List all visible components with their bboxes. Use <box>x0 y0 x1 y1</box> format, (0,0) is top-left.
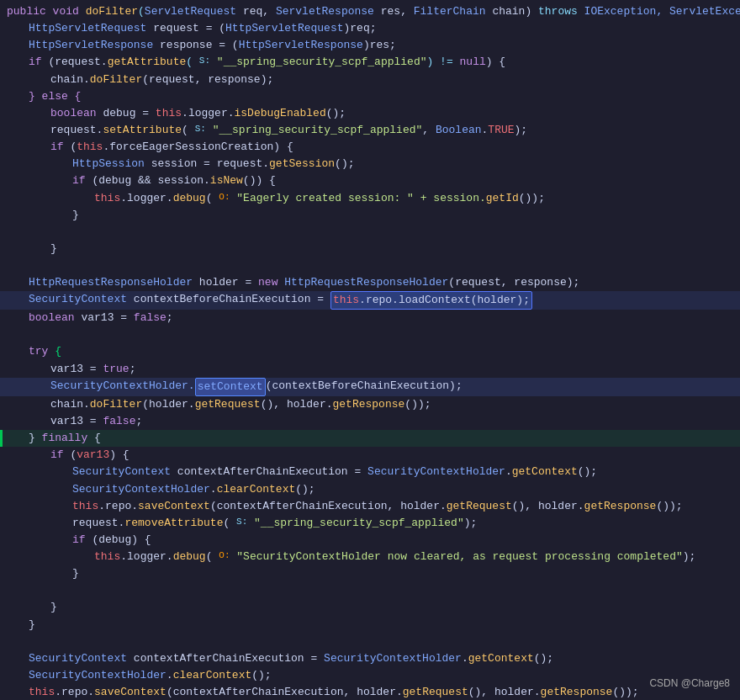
watermark: CSDN @Charge8 <box>649 676 730 692</box>
code-line: var13 = true; <box>0 361 740 378</box>
code-line: this.logger.debug( O: "Eagerly created s… <box>0 190 740 207</box>
code-line: chain.doFilter(holder.getRequest(), hold… <box>0 396 740 413</box>
code-line: } else { <box>0 88 740 105</box>
code-line: HttpServletResponse response = (HttpServ… <box>0 37 740 54</box>
code-line: SecurityContext contextAfterChainExecuti… <box>0 464 740 480</box>
code-line: } <box>0 207 740 224</box>
code-line <box>0 582 740 599</box>
code-line: if (this.forceEagerSessionCreation) { <box>0 139 740 156</box>
code-line: var13 = false; <box>0 413 740 430</box>
code-line: SecurityContext contextBeforeChainExecut… <box>0 291 740 310</box>
code-line: if (debug) { <box>0 532 740 549</box>
code-line: } <box>0 241 740 257</box>
code-line: if (request.getAttribute( S: "__spring_s… <box>0 54 740 71</box>
code-line: } finally { <box>0 430 740 447</box>
code-line: this.repo.saveContext(contextAfterChainE… <box>0 684 740 700</box>
code-line: } <box>0 565 740 582</box>
code-line <box>0 326 740 343</box>
code-line: SecurityContextHolder.setContext(context… <box>0 378 740 396</box>
code-line <box>0 634 740 650</box>
code-view: public void doFilter(ServletRequest req,… <box>0 0 740 700</box>
code-line: } <box>0 617 740 634</box>
code-line: } <box>0 599 740 616</box>
code-line: if (debug && session.isNew()) { <box>0 172 740 189</box>
code-line: if (var13) { <box>0 447 740 464</box>
code-line: public void doFilter(ServletRequest req,… <box>0 3 740 20</box>
code-line: chain.doFilter(request, response); <box>0 72 740 88</box>
code-line: request.removeAttribute( S: "__spring_se… <box>0 515 740 532</box>
code-line: request.setAttribute( S: "__spring_secur… <box>0 122 740 139</box>
code-line: boolean debug = this.logger.isDebugEnabl… <box>0 105 740 122</box>
code-line: SecurityContextHolder.clearContext(); <box>0 667 740 684</box>
code-line <box>0 224 740 241</box>
code-line: try { <box>0 343 740 360</box>
code-line: HttpServletRequest request = (HttpServle… <box>0 20 740 37</box>
code-line: HttpRequestResponseHolder holder = new H… <box>0 274 740 291</box>
code-line <box>0 257 740 274</box>
code-line: this.repo.saveContext(contextAfterChainE… <box>0 498 740 515</box>
code-line: SecurityContextHolder.clearContext(); <box>0 481 740 498</box>
code-line: this.logger.debug( O: "SecurityContextHo… <box>0 549 740 565</box>
code-line: SecurityContext contextAfterChainExecuti… <box>0 650 740 667</box>
code-line: HttpSession session = request.getSession… <box>0 156 740 172</box>
code-line: boolean var13 = false; <box>0 310 740 326</box>
